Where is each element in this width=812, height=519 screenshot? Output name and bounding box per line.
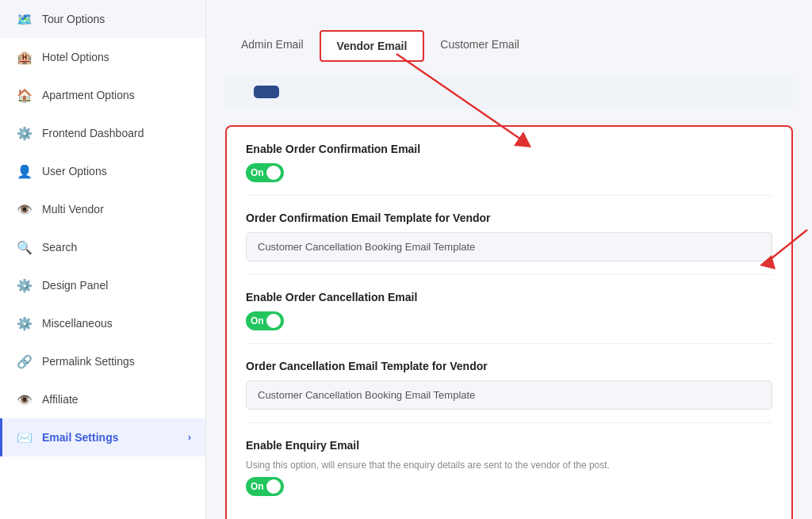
sidebar-item-label: Tour Options bbox=[42, 13, 191, 25]
sidebar-item-apartment-options[interactable]: 🏠 Apartment Options bbox=[0, 76, 205, 114]
section-enquiry-toggle: Enable Enquiry Email Using this option, … bbox=[246, 439, 772, 496]
toggle-wrap-enquiry-toggle: On bbox=[246, 477, 772, 496]
sidebar-item-label: Permalink Settings bbox=[42, 355, 191, 368]
tabs-container: Admin EmailVendor EmailCustomer Email bbox=[225, 30, 793, 62]
toggle-order-confirmation-toggle[interactable]: On bbox=[246, 163, 284, 182]
toggle-track: On bbox=[246, 311, 284, 330]
divider bbox=[246, 343, 772, 344]
permalink-settings-icon: 🔗 bbox=[17, 353, 33, 369]
tour-options-icon: 🗺️ bbox=[17, 11, 33, 27]
sidebar-item-email-settings[interactable]: ✉️ Email Settings › bbox=[0, 418, 205, 456]
sidebar-item-multi-vendor[interactable]: 👁️ Multi Vendor bbox=[0, 190, 205, 228]
section-label-order-cancellation-toggle: Enable Order Cancellation Email bbox=[246, 291, 772, 303]
section-order-confirmation-toggle: Enable Order Confirmation Email On bbox=[246, 143, 772, 196]
sidebar-item-label: Email Settings bbox=[42, 431, 178, 444]
sidebar-item-tour-options[interactable]: 🗺️ Tour Options bbox=[0, 0, 205, 38]
sidebar: 🗺️ Tour Options 🏨 Hotel Options 🏠 Apartm… bbox=[0, 0, 206, 519]
divider bbox=[246, 422, 772, 423]
sidebar-item-label: Multi Vendor bbox=[42, 203, 191, 216]
toggle-label: On bbox=[251, 315, 264, 326]
main-content: Admin EmailVendor EmailCustomer Email En… bbox=[206, 0, 812, 519]
section-sublabel-enquiry-toggle: Using this option, will ensure that the … bbox=[246, 460, 772, 471]
hotel-options-icon: 🏨 bbox=[17, 49, 33, 65]
divider bbox=[246, 274, 772, 275]
select-order-cancellation-template[interactable]: Customer Cancellation Booking Email Temp… bbox=[246, 380, 772, 410]
sidebar-item-label: Affiliate bbox=[42, 393, 191, 406]
section-order-confirmation-template: Order Confirmation Email Template for Ve… bbox=[246, 212, 772, 275]
sidebar-item-label: Design Panel bbox=[42, 279, 191, 292]
toggle-thumb bbox=[266, 166, 281, 180]
sidebar-item-label: User Options bbox=[42, 165, 191, 177]
sidebar-item-hotel-options[interactable]: 🏨 Hotel Options bbox=[0, 38, 205, 76]
toggle-wrap-order-cancellation-toggle: On bbox=[246, 311, 772, 330]
sidebar-item-label: Apartment Options bbox=[42, 89, 191, 101]
section-label-order-confirmation-template: Order Confirmation Email Template for Ve… bbox=[246, 212, 772, 224]
design-panel-icon: ⚙️ bbox=[17, 277, 33, 293]
chevron-right-icon: › bbox=[188, 432, 191, 443]
settings-card: Enable Order Confirmation Email On Order… bbox=[225, 125, 793, 519]
svg-line-0 bbox=[768, 230, 807, 261]
toggle-thumb bbox=[266, 479, 281, 494]
toggle-thumb bbox=[266, 314, 281, 328]
section-order-cancellation-toggle: Enable Order Cancellation Email On bbox=[246, 291, 772, 344]
read-documentation-button[interactable] bbox=[254, 86, 279, 98]
tab-vendor-email[interactable]: Vendor Email bbox=[320, 30, 425, 62]
sidebar-item-label: Frontend Dashboard bbox=[42, 127, 191, 139]
sidebar-item-miscellaneous[interactable]: ⚙️ Miscellaneous bbox=[0, 304, 205, 342]
apartment-options-icon: 🏠 bbox=[17, 87, 33, 103]
section-label-order-confirmation-toggle: Enable Order Confirmation Email bbox=[246, 143, 772, 155]
tab-admin-email[interactable]: Admin Email bbox=[225, 30, 320, 62]
tab-customer-email[interactable]: Customer Email bbox=[424, 30, 535, 62]
sidebar-item-design-panel[interactable]: ⚙️ Design Panel bbox=[0, 266, 205, 304]
email-settings-icon: ✉️ bbox=[17, 429, 33, 445]
miscellaneous-icon: ⚙️ bbox=[17, 315, 33, 331]
section-order-cancellation-template: Order Cancellation Email Template for Ve… bbox=[246, 360, 772, 423]
toggle-label: On bbox=[251, 167, 264, 178]
sidebar-item-permalink-settings[interactable]: 🔗 Permalink Settings bbox=[0, 342, 205, 380]
sidebar-item-label: Search bbox=[42, 241, 191, 254]
toggle-label: On bbox=[251, 481, 264, 492]
sidebar-item-label: Hotel Options bbox=[42, 51, 191, 63]
sidebar-item-frontend-dashboard[interactable]: ⚙️ Frontend Dashboard bbox=[0, 114, 205, 152]
doc-banner bbox=[225, 74, 793, 109]
sidebar-item-user-options[interactable]: 👤 User Options bbox=[0, 152, 205, 190]
sidebar-item-search[interactable]: 🔍 Search bbox=[0, 228, 205, 266]
toggle-track: On bbox=[246, 163, 284, 182]
section-label-enquiry-toggle: Enable Enquiry Email bbox=[246, 439, 772, 452]
multi-vendor-icon: 👁️ bbox=[17, 201, 33, 217]
sidebar-item-affiliate[interactable]: 👁️ Affiliate bbox=[0, 380, 205, 418]
toggle-order-cancellation-toggle[interactable]: On bbox=[246, 311, 284, 330]
toggle-track: On bbox=[246, 477, 284, 496]
frontend-dashboard-icon: ⚙️ bbox=[17, 125, 33, 141]
user-options-icon: 👤 bbox=[17, 163, 33, 179]
toggle-enquiry-toggle[interactable]: On bbox=[246, 477, 284, 496]
section-label-order-cancellation-template: Order Cancellation Email Template for Ve… bbox=[246, 360, 772, 372]
select-order-confirmation-template[interactable]: Customer Cancellation Booking Email Temp… bbox=[246, 232, 772, 261]
divider bbox=[246, 195, 772, 196]
sidebar-item-label: Miscellaneous bbox=[42, 317, 191, 330]
toggle-wrap-order-confirmation-toggle: On bbox=[246, 163, 772, 182]
affiliate-icon: 👁️ bbox=[17, 391, 33, 407]
search-icon: 🔍 bbox=[17, 239, 33, 255]
